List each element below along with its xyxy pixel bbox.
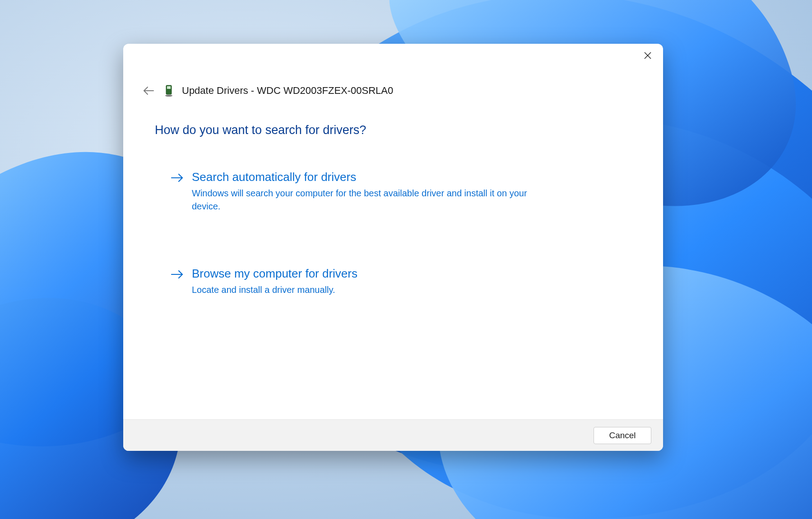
device-icon: [164, 84, 174, 97]
option-title: Search automatically for drivers: [192, 170, 567, 185]
option-browse-computer[interactable]: Browse my computer for drivers Locate an…: [170, 266, 567, 297]
back-button[interactable]: [141, 83, 156, 98]
dialog-footer: Cancel: [123, 419, 663, 451]
cancel-button[interactable]: Cancel: [594, 427, 651, 444]
close-icon: [644, 52, 651, 59]
option-description: Locate and install a driver manually.: [192, 283, 548, 297]
svg-rect-5: [167, 86, 171, 89]
titlebar: [123, 44, 663, 69]
arrow-left-icon: [143, 86, 154, 95]
arrow-right-icon: [170, 171, 185, 185]
dialog-content: How do you want to search for drivers? S…: [123, 98, 663, 419]
update-drivers-dialog: Update Drivers - WDC WD2003FZEX-00SRLA0 …: [123, 44, 663, 451]
option-description: Windows will search your computer for th…: [192, 187, 548, 213]
close-button[interactable]: [635, 46, 660, 65]
window-title: Update Drivers - WDC WD2003FZEX-00SRLA0: [182, 85, 393, 97]
heading: How do you want to search for drivers?: [155, 123, 631, 137]
svg-point-6: [165, 95, 172, 97]
arrow-right-icon: [170, 267, 185, 282]
dialog-header: Update Drivers - WDC WD2003FZEX-00SRLA0: [123, 81, 663, 98]
option-search-automatically[interactable]: Search automatically for drivers Windows…: [170, 170, 567, 213]
option-title: Browse my computer for drivers: [192, 266, 567, 282]
